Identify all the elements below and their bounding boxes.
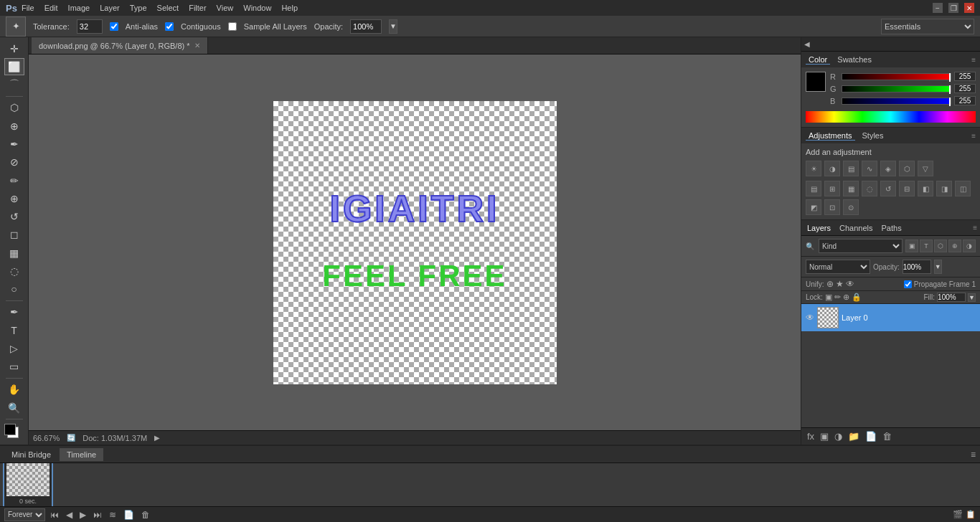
quick-select-tool[interactable]: ⬡ xyxy=(4,100,24,116)
adj-selectivecolor-icon[interactable]: ◫ xyxy=(955,181,971,196)
fill-arrow-btn[interactable]: ▼ xyxy=(968,293,976,302)
adj-hue-icon[interactable]: ▽ xyxy=(918,161,933,176)
new-layer-btn[interactable]: 📄 xyxy=(864,431,878,442)
foreground-color-chip[interactable] xyxy=(4,424,16,435)
opacity-value-input[interactable] xyxy=(903,260,931,274)
healing-tool[interactable]: ⊘ xyxy=(4,154,24,171)
pixel-layer-icon[interactable]: ▣ xyxy=(905,239,918,252)
tab-close-button[interactable]: ✕ xyxy=(194,42,200,49)
shape-tool[interactable]: ▭ xyxy=(4,359,24,375)
propagate-checkbox[interactable] xyxy=(904,280,912,288)
layers-tab-channels[interactable]: Channels xyxy=(837,224,875,232)
adj-hdr-icon[interactable]: ⊡ xyxy=(824,199,840,215)
adjustments-panel-collapse[interactable]: ≡ xyxy=(971,132,976,140)
shape-layer-icon[interactable]: ⬡ xyxy=(934,239,947,252)
info-arrow[interactable]: ▶ xyxy=(154,434,160,442)
crop-tool[interactable]: ⊕ xyxy=(4,118,24,134)
adjustment-layer-icon[interactable]: ◑ xyxy=(963,239,976,252)
red-slider[interactable] xyxy=(842,73,951,80)
type-tool[interactable]: T xyxy=(4,322,24,338)
next-frame-btn[interactable]: ⏭ xyxy=(91,510,104,520)
layers-panel-collapse[interactable]: ≡ xyxy=(973,224,977,232)
tolerance-input[interactable] xyxy=(77,19,103,34)
panel-options-icon[interactable]: ≡ xyxy=(971,450,976,460)
new-fill-btn[interactable]: ◑ xyxy=(833,431,844,442)
eyedropper-tool[interactable]: ✒ xyxy=(4,136,24,152)
menu-file[interactable]: File xyxy=(22,4,34,12)
color-preview[interactable] xyxy=(806,72,826,92)
adj-colorbalance-icon[interactable]: ▤ xyxy=(806,181,821,196)
color-tab[interactable]: Color xyxy=(806,55,830,65)
color-chips[interactable] xyxy=(4,424,24,440)
clone-tool[interactable]: ⊕ xyxy=(4,190,24,207)
sample-all-checkbox[interactable] xyxy=(228,22,237,31)
adjustments-tab[interactable]: Adjustments xyxy=(806,131,855,141)
type-layer-icon[interactable]: T xyxy=(920,239,933,252)
lock-pixels-icon[interactable]: ▣ xyxy=(825,293,832,302)
menu-view[interactable]: View xyxy=(217,4,234,12)
adj-levels-icon[interactable]: ▤ xyxy=(843,161,859,176)
lock-position-icon[interactable]: ✏ xyxy=(834,293,841,302)
opacity-arrow-btn[interactable]: ▼ xyxy=(934,260,942,274)
marquee-tool[interactable]: ⬜ xyxy=(4,58,24,75)
menu-bar[interactable]: File Edit Image Layer Type Select Filter… xyxy=(22,4,298,12)
menu-help[interactable]: Help xyxy=(281,4,298,12)
mini-bridge-tab[interactable]: Mini Bridge xyxy=(4,448,58,461)
adj-posterize-icon[interactable]: ⊟ xyxy=(899,181,915,196)
prev-frame-btn[interactable]: ◀ xyxy=(64,510,75,520)
b-value-input[interactable] xyxy=(954,96,976,105)
r-value-input[interactable] xyxy=(954,72,976,81)
color-spectrum[interactable] xyxy=(806,111,976,123)
add-style-btn[interactable]: fx xyxy=(806,431,816,442)
unify-position-icon[interactable]: ⊕ xyxy=(826,279,834,289)
lock-artboards-icon[interactable]: ⊕ xyxy=(843,293,849,302)
path-tool[interactable]: ▷ xyxy=(4,340,24,356)
layer-visibility-icon[interactable]: 👁 xyxy=(806,313,814,323)
blue-slider[interactable] xyxy=(842,98,951,105)
first-frame-btn[interactable]: ⏮ xyxy=(48,510,61,520)
opacity-dropdown-btn[interactable]: ▼ xyxy=(389,19,397,34)
minimize-button[interactable]: − xyxy=(933,3,943,13)
adj-photofilter-icon[interactable]: ⊞ xyxy=(824,181,840,196)
adj-shadow-icon[interactable]: ◩ xyxy=(806,199,821,215)
layers-tab-paths[interactable]: Paths xyxy=(879,224,905,232)
loop-dropdown[interactable]: Forever xyxy=(4,508,45,521)
frame-1-thumb[interactable]: 1 0 sec. ▼ xyxy=(3,463,53,506)
frame-duration-arrow[interactable]: ▼ xyxy=(25,505,32,506)
layer-row[interactable]: 👁 Layer 0 xyxy=(801,304,980,331)
blend-mode-dropdown[interactable]: Normal xyxy=(806,260,870,274)
close-button[interactable]: ✕ xyxy=(964,3,974,13)
green-slider[interactable] xyxy=(842,85,951,92)
brush-tool[interactable]: ✏ xyxy=(4,172,24,189)
adj-brightness-icon[interactable]: ☀ xyxy=(806,161,821,176)
layers-kind-dropdown[interactable]: Kind xyxy=(819,239,903,253)
delete-frame-btn[interactable]: 🗑 xyxy=(139,510,152,520)
adj-contrast-icon[interactable]: ◑ xyxy=(824,161,840,176)
dodge-tool[interactable]: ○ xyxy=(4,281,24,298)
timeline-icon[interactable]: 📋 xyxy=(966,510,976,519)
gradient-tool[interactable]: ▦ xyxy=(4,245,24,261)
delete-layer-btn[interactable]: 🗑 xyxy=(881,431,893,442)
blur-tool[interactable]: ◌ xyxy=(4,262,24,279)
adj-threshold-icon[interactable]: ◧ xyxy=(918,181,933,196)
menu-select[interactable]: Select xyxy=(157,4,179,12)
hand-tool[interactable]: ✋ xyxy=(4,381,24,398)
workspace-selector[interactable]: Essentials xyxy=(881,19,974,34)
adj-desaturate-icon[interactable]: ⊙ xyxy=(843,199,859,215)
menu-image[interactable]: Image xyxy=(68,4,90,12)
play-btn[interactable]: ▶ xyxy=(77,510,88,520)
convert-to-video-btn[interactable]: 🎬 xyxy=(953,510,963,519)
pen-tool[interactable]: ✒ xyxy=(4,304,24,321)
g-value-input[interactable] xyxy=(954,84,976,93)
lasso-tool[interactable]: ⌒ xyxy=(4,77,24,93)
layers-list[interactable]: 👁 Layer 0 xyxy=(801,304,980,427)
maximize-button[interactable]: ❐ xyxy=(948,3,958,13)
timeline-tab[interactable]: Timeline xyxy=(60,448,103,461)
menu-filter[interactable]: Filter xyxy=(189,4,206,12)
smart-object-icon[interactable]: ⊕ xyxy=(948,239,961,252)
adj-channelmixer-icon[interactable]: ▦ xyxy=(843,181,859,196)
tween-btn[interactable]: ≋ xyxy=(107,510,118,520)
swatches-tab[interactable]: Swatches xyxy=(834,55,875,64)
new-group-btn[interactable]: 📁 xyxy=(847,431,861,442)
unify-style-icon[interactable]: ★ xyxy=(836,279,844,289)
